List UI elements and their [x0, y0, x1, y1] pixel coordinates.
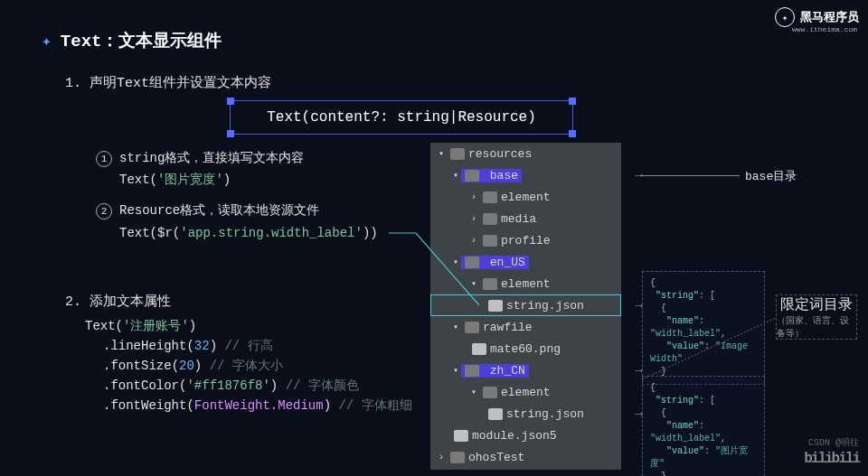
- folder-icon: [483, 387, 497, 398]
- json-preview-en: { "string": [ { "name": "width_label", "…: [642, 271, 765, 385]
- tree-rawfile[interactable]: ▾rawfile: [430, 316, 621, 338]
- tree-base-profile[interactable]: ›profile: [430, 229, 621, 251]
- tree-en-element[interactable]: ▾element: [430, 273, 621, 294]
- tree-base-media[interactable]: ›media: [430, 208, 621, 229]
- brand-logo: ✦ 黑马程序员: [775, 7, 859, 27]
- chevron-down-icon: ▾: [450, 365, 461, 376]
- annotation-line: [642, 175, 740, 176]
- title-diamond-icon: ✦: [42, 31, 52, 51]
- file-tree-panel: ▾resources ▾ base→ ›element ›media ›prof…: [430, 143, 621, 470]
- badge-1-icon: 1: [96, 151, 112, 167]
- chevron-down-icon: ▾: [468, 387, 479, 397]
- file-icon: [488, 408, 503, 420]
- json-preview-zh: { "string": [ { "name": "width_label", "…: [642, 376, 765, 476]
- folder-icon: [483, 235, 497, 247]
- tree-module-json5[interactable]: module.json5: [430, 425, 621, 446]
- chevron-right-icon: ›: [468, 236, 479, 246]
- file-icon: [472, 343, 486, 355]
- tree-base-element[interactable]: ›element: [430, 186, 621, 208]
- chevron-right-icon: ›: [468, 214, 479, 224]
- tree-zh-element[interactable]: ▾element: [430, 381, 621, 403]
- folder-icon: [465, 257, 479, 268]
- logo-text: 黑马程序员: [800, 9, 859, 25]
- logo-icon: ✦: [775, 7, 795, 27]
- annotation-limited-dir: 限定词目录 （国家、语言、设备等）: [776, 294, 857, 340]
- logo-url: www.itheima.com: [792, 25, 857, 33]
- tree-en-string-json[interactable]: string.json→: [430, 294, 621, 316]
- folder-icon: [465, 322, 479, 333]
- chevron-right-icon: ›: [436, 453, 447, 462]
- tree-zh-string-json[interactable]: string.json→: [430, 403, 621, 425]
- code-example-2: Text($r('app.string.width_label')): [119, 226, 378, 240]
- item-1: 1string格式，直接填写文本内容: [96, 150, 304, 167]
- chevron-down-icon: ▾: [436, 148, 447, 159]
- code-block-attributes: Text('注册账号') .lineHeight(32) // 行高 .font…: [85, 316, 412, 415]
- tree-zh-cn[interactable]: ▾ zh_CN→: [430, 359, 621, 381]
- folder-icon: [483, 191, 497, 203]
- section-1-heading: 1. 声明Text组件并设置文本内容: [65, 74, 271, 91]
- page-title: Text：文本显示组件: [61, 29, 222, 52]
- chevron-right-icon: ›: [468, 192, 479, 202]
- folder-icon: [483, 213, 497, 225]
- tree-base[interactable]: ▾ base→: [430, 164, 621, 186]
- file-icon: [454, 430, 468, 442]
- folder-icon: [465, 170, 479, 182]
- annotation-base-dir: base目录: [745, 168, 797, 184]
- folder-icon: [450, 148, 465, 160]
- chevron-down-icon: ▾: [450, 322, 461, 332]
- chevron-down-icon: ▾: [450, 170, 461, 181]
- watermark-csdn: CSDN @明往: [808, 436, 859, 449]
- section-2-heading: 2. 添加文本属性: [65, 293, 171, 310]
- file-icon: [488, 300, 503, 312]
- page-title-row: ✦ Text：文本显示组件: [42, 29, 222, 52]
- folder-icon: [483, 278, 497, 290]
- api-signature: Text(content?: string|Resource): [230, 100, 573, 135]
- folder-icon: [450, 452, 465, 463]
- chevron-down-icon: ▾: [450, 257, 461, 267]
- item-2: 2Resource格式，读取本地资源文件: [96, 202, 319, 219]
- tree-ohostest[interactable]: ›ohosTest: [430, 446, 621, 468]
- tree-en-us[interactable]: ▾ en_US: [430, 251, 621, 273]
- code-example-1: Text('图片宽度'): [119, 172, 231, 188]
- badge-2-icon: 2: [96, 203, 112, 219]
- tree-mate60-png[interactable]: mate60.png: [430, 338, 621, 359]
- watermark-bilibili: bilibili: [804, 451, 859, 467]
- folder-icon: [465, 365, 479, 377]
- chevron-down-icon: ▾: [468, 278, 479, 289]
- tree-resources[interactable]: ▾resources: [430, 143, 621, 164]
